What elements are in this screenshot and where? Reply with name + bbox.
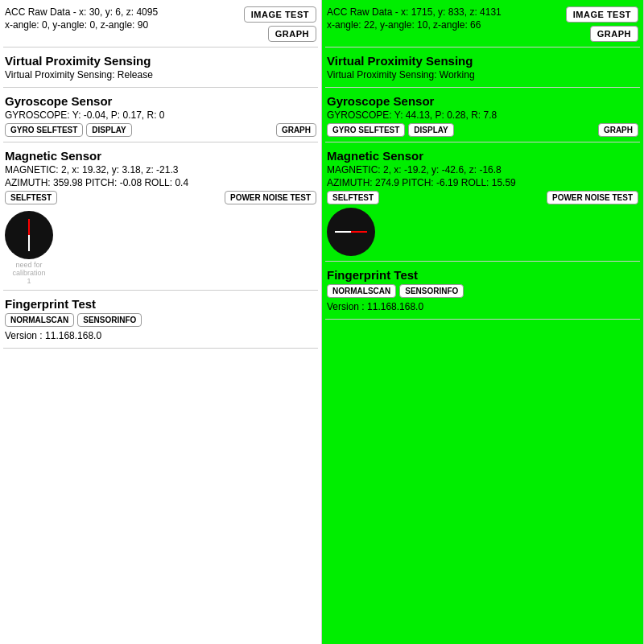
right-proximity-header: Virtual Proximity Sensing	[327, 54, 638, 68]
right-acc-line2: x-angle: 22, y-angle: 10, z-angle: 66	[327, 19, 566, 31]
left-normalscan-button[interactable]: NORMALSCAN	[5, 313, 74, 327]
left-gyro-data: GYROSCOPE: Y: -0.04, P: 0.17, R: 0	[5, 109, 316, 121]
left-compass-label: need for calibration1	[5, 261, 53, 285]
right-magnetic-buttons: SELFTEST POWER NOISE TEST	[327, 191, 638, 204]
right-gyro-data: GYROSCOPE: Y: 44.13, P: 0.28, R: 7.8	[327, 109, 638, 121]
right-fingerprint-section: Fingerprint Test NORMALSCAN SENSORINFO V…	[325, 262, 640, 320]
left-graph-button[interactable]: GRAPH	[268, 26, 316, 42]
left-compass: need for calibration1	[5, 208, 316, 285]
left-acc-buttons: IMAGE TEST GRAPH	[244, 6, 316, 42]
left-panel: ACC Raw Data - x: 30, y: 6, z: 4095 x-an…	[0, 0, 322, 644]
left-acc-line1: ACC Raw Data - x: 30, y: 6, z: 4095	[5, 6, 244, 18]
right-image-test-button[interactable]: IMAGE TEST	[566, 6, 638, 23]
left-magnetic-line1: MAGNETIC: 2, x: 19.32, y: 3.18, z: -21.3	[5, 164, 316, 175]
right-normalscan-button[interactable]: NORMALSCAN	[327, 284, 396, 298]
left-gyro-display-button[interactable]: DISPLAY	[86, 123, 131, 137]
left-gyro-selftest-button[interactable]: GYRO SELFTEST	[5, 123, 83, 137]
left-gyro-header: Gyroscope Sensor	[5, 94, 316, 108]
left-fingerprint-header: Fingerprint Test	[5, 297, 316, 311]
left-acc-data: ACC Raw Data - x: 30, y: 6, z: 4095 x-an…	[5, 6, 244, 32]
left-gyro-section: Gyroscope Sensor GYROSCOPE: Y: -0.04, P:…	[3, 88, 318, 142]
left-proximity-header: Virtual Proximity Sensing	[5, 54, 316, 68]
right-fingerprint-buttons: NORMALSCAN SENSORINFO	[327, 284, 638, 298]
right-gyro-display-button[interactable]: DISPLAY	[408, 123, 453, 137]
right-fingerprint-header: Fingerprint Test	[327, 268, 638, 282]
right-graph-button[interactable]: GRAPH	[590, 26, 638, 42]
right-magnetic-section: Magnetic Sensor MAGNETIC: 2, x: -19.2, y…	[325, 142, 640, 262]
right-acc-section: ACC Raw Data - x: 1715, y: 833, z: 4131 …	[325, 3, 640, 47]
right-acc-line1: ACC Raw Data - x: 1715, y: 833, z: 4131	[327, 6, 566, 18]
right-compass-svg	[333, 214, 369, 250]
right-proximity-status: Virtual Proximity Sensing: Working	[327, 69, 638, 80]
right-magnetic-line1: MAGNETIC: 2, x: -19.2, y: -42.6, z: -16.…	[327, 164, 638, 175]
right-sensorinfo-button[interactable]: SENSORINFO	[399, 284, 464, 298]
left-compass-circle	[5, 211, 53, 259]
right-version-text: Version : 11.168.168.0	[327, 301, 638, 312]
left-fingerprint-buttons: NORMALSCAN SENSORINFO	[5, 313, 316, 327]
right-gyro-section: Gyroscope Sensor GYROSCOPE: Y: 44.13, P:…	[325, 88, 640, 142]
right-compass-needle-wrapper	[333, 214, 369, 250]
left-magnetic-buttons: SELFTEST POWER NOISE TEST	[5, 191, 316, 204]
right-acc-buttons: IMAGE TEST GRAPH	[566, 6, 638, 42]
left-power-noise-button[interactable]: POWER NOISE TEST	[225, 191, 316, 204]
right-gyro-selftest-button[interactable]: GYRO SELFTEST	[327, 123, 405, 137]
left-acc-line2: x-angle: 0, y-angle: 0, z-angle: 90	[5, 19, 244, 31]
right-compass-circle	[327, 208, 375, 256]
left-compass-needle-wrapper	[11, 217, 47, 253]
right-magnetic-header: Magnetic Sensor	[327, 149, 638, 163]
right-compass	[327, 208, 638, 256]
left-sensorinfo-button[interactable]: SENSORINFO	[77, 313, 142, 327]
right-proximity-section: Virtual Proximity Sensing Virtual Proxim…	[325, 47, 640, 88]
right-panel: ACC Raw Data - x: 1715, y: 833, z: 4131 …	[322, 0, 644, 644]
left-magnetic-section: Magnetic Sensor MAGNETIC: 2, x: 19.32, y…	[3, 142, 318, 291]
left-compass-svg	[11, 217, 47, 253]
left-acc-section: ACC Raw Data - x: 30, y: 6, z: 4095 x-an…	[3, 3, 318, 47]
left-image-test-button[interactable]: IMAGE TEST	[244, 6, 316, 23]
left-selftest-button[interactable]: SELFTEST	[5, 191, 57, 204]
left-proximity-section: Virtual Proximity Sensing Virtual Proxim…	[3, 47, 318, 88]
left-gyro-graph-button[interactable]: GRAPH	[276, 123, 316, 137]
left-gyro-buttons: GYRO SELFTEST DISPLAY GRAPH	[5, 123, 316, 137]
left-fingerprint-section: Fingerprint Test NORMALSCAN SENSORINFO V…	[3, 291, 318, 349]
left-version-text: Version : 11.168.168.0	[5, 330, 316, 341]
left-magnetic-line2: AZIMUTH: 359.98 PITCH: -0.08 ROLL: 0.4	[5, 177, 316, 188]
left-magnetic-header: Magnetic Sensor	[5, 149, 316, 163]
right-gyro-buttons: GYRO SELFTEST DISPLAY GRAPH	[327, 123, 638, 137]
left-proximity-status: Virtual Proximity Sensing: Release	[5, 69, 316, 80]
right-magnetic-line2: AZIMUTH: 274.9 PITCH: -6.19 ROLL: 15.59	[327, 177, 638, 188]
right-gyro-header: Gyroscope Sensor	[327, 94, 638, 108]
right-acc-data: ACC Raw Data - x: 1715, y: 833, z: 4131 …	[327, 6, 566, 32]
right-power-noise-button[interactable]: POWER NOISE TEST	[547, 191, 638, 204]
right-selftest-button[interactable]: SELFTEST	[327, 191, 379, 204]
right-gyro-graph-button[interactable]: GRAPH	[598, 123, 638, 137]
